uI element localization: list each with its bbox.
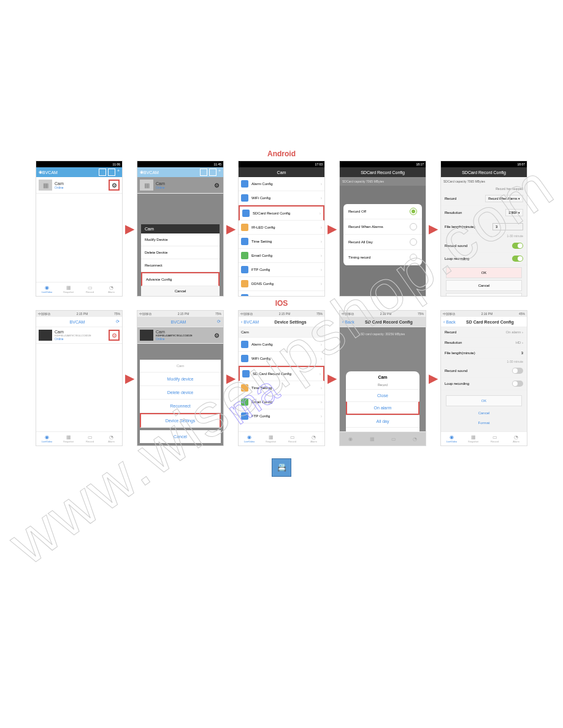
loop-toggle[interactable] — [512, 381, 523, 387]
gear-icon[interactable]: ⚙ — [109, 180, 120, 191]
modify-device-item[interactable]: Modify device — [140, 373, 221, 386]
record-mode-row[interactable]: RecordRecord When Alarms ▾ — [441, 192, 527, 206]
film-icon: ▭ — [492, 434, 497, 440]
time-setting-row[interactable]: Time Setting› — [239, 381, 324, 395]
tab-record[interactable]: ▭Record — [79, 432, 101, 446]
sdcard-config-row[interactable]: SDCard Record Config› — [239, 205, 324, 221]
tab-snapshot[interactable]: ▦Snapshot — [462, 432, 484, 446]
ok-button[interactable]: OK — [446, 267, 522, 278]
cancel-button[interactable]: Cancel — [141, 286, 220, 296]
sdconfig-header-dim: ‹ Back SD Card Record Config — [340, 317, 426, 327]
cancel-link[interactable]: Cancel — [441, 408, 527, 418]
delete-device-item[interactable]: Delete Device — [141, 246, 220, 259]
record-allday-option[interactable]: Record All Day — [343, 235, 422, 250]
ftp-config-row[interactable]: FTP Config› — [239, 263, 324, 277]
chevron-right-icon: › — [321, 182, 322, 186]
alarm-config-row[interactable]: Alarm Config› — [239, 338, 324, 352]
record-timing-option[interactable]: Timing record — [343, 250, 422, 265]
ddns-config-row[interactable]: DDNS Config› — [239, 277, 324, 291]
alarm-config-row[interactable]: Alarm Config› — [239, 177, 324, 191]
tab-alarm[interactable]: ◔Alarm — [101, 432, 122, 446]
timing-option[interactable]: Timing record — [346, 427, 419, 431]
format-button[interactable]: Format — [446, 293, 522, 296]
reconnect-item[interactable]: Reconnect — [141, 259, 220, 272]
search-icon[interactable] — [108, 169, 115, 176]
image-icon: ▦ — [471, 434, 476, 440]
tab-live[interactable]: ◉LiveVideo — [36, 432, 58, 446]
chevron-right-icon: › — [321, 282, 322, 286]
clock-icon — [241, 238, 248, 245]
camera-list-item[interactable]: ▦ Cam Online ⚙ — [36, 177, 122, 194]
misc-settings-row[interactable]: Misc Settings› — [239, 291, 324, 296]
tab-alarm[interactable]: ◔Alarm — [101, 282, 122, 296]
tab-record[interactable]: ▭Record — [282, 432, 303, 446]
video-icon: ◉ — [450, 434, 454, 440]
tab-alarm[interactable]: ◔Alarm — [303, 432, 324, 446]
gear-icon[interactable]: ⚙ — [109, 330, 120, 341]
irled-config-row[interactable]: IR-LED Config› — [239, 221, 324, 235]
cancel-button[interactable]: Cancel — [140, 430, 221, 443]
status-time: 11:06 — [112, 162, 120, 166]
tab-snapshot[interactable]: ▦Snapshot — [58, 282, 79, 296]
cancel-button[interactable]: Cancel — [446, 280, 522, 291]
resolution-row[interactable]: Resolution1080P ▾ — [441, 206, 527, 220]
tab-live[interactable]: ◉LiveVideo — [441, 432, 462, 446]
film-icon: ▭ — [88, 285, 93, 290]
record-mode-row[interactable]: RecordOn alarm › — [441, 327, 527, 338]
wifi-config-row[interactable]: WiFi Config› — [239, 191, 324, 205]
advance-config-item[interactable]: Advance Config — [141, 272, 220, 286]
file-length-row[interactable]: File length(minute)3 — [441, 348, 527, 358]
device-menu-popup: Cam Modify Device Delete Device Reconnec… — [141, 224, 220, 296]
ios-row: 中国移动2:15 PM75% BVCAM ⟳ Cam K0XF30-41ABT9… — [0, 310, 563, 446]
app-header-dim: ◉ BVCAM + — [137, 167, 223, 177]
image-icon: ▦ — [66, 434, 71, 440]
delete-device-item[interactable]: Delete device — [140, 386, 221, 400]
tab-snapshot[interactable]: ▦Snapshot — [58, 432, 79, 446]
time-setting-row[interactable]: Time Setting› — [239, 235, 324, 249]
back-button[interactable]: ‹ BVCAM — [241, 320, 259, 324]
onalarm-option[interactable]: On alarm — [346, 401, 419, 415]
email-config-row[interactable]: Email Config› — [239, 395, 324, 409]
ok-button[interactable]: OK — [446, 395, 522, 406]
status-bar: 中国移动2:15 PM75% — [137, 311, 223, 317]
tab-alarm[interactable]: ◔Alarm — [505, 432, 527, 446]
sound-toggle[interactable] — [512, 243, 523, 249]
add-icon[interactable]: + — [117, 169, 120, 176]
tab-snapshot[interactable]: ▦Snapshot — [260, 432, 282, 446]
android-screen-4: 18:17 SDCard Record Config SDCard capaci… — [339, 161, 426, 297]
camera-thumbnail: ▦ — [140, 180, 153, 191]
format-link[interactable]: Format — [441, 418, 527, 428]
camera-list-item[interactable]: Cam K0XF30-41ABT9C7B14-CC8D2E Online ⚙ — [36, 327, 122, 344]
record-off-option[interactable]: Record Off — [343, 204, 422, 219]
grid-icon[interactable] — [99, 169, 106, 176]
close-option[interactable]: Close — [346, 389, 419, 401]
wifi-config-row[interactable]: WiFi Config› — [239, 352, 324, 366]
radio-icon — [410, 223, 417, 230]
sdcard-config-row[interactable]: SD Card Record Config› — [239, 366, 324, 381]
modify-device-item[interactable]: Modify Device — [141, 233, 220, 246]
chevron-right-icon: › — [320, 211, 321, 216]
tab-bar: ◉LiveVideo ▦Snapshot ▭Record ◔Alarm — [36, 282, 122, 296]
email-config-row[interactable]: Email Config› — [239, 249, 324, 263]
back-button[interactable]: ‹ Back — [443, 320, 456, 324]
film-icon: ▭ — [88, 434, 93, 440]
refresh-icon[interactable]: ⟳ — [116, 319, 120, 324]
device-settings-item[interactable]: Device Settings — [140, 413, 221, 428]
record-alarm-option[interactable]: Record When Alarms — [343, 219, 422, 235]
tab-record[interactable]: ▭Record — [484, 432, 505, 446]
resolution-dropdown[interactable]: 1080P ▾ — [505, 209, 523, 216]
file-length-input[interactable]: 3 — [492, 223, 523, 230]
resolution-row[interactable]: ResolutionHD › — [441, 338, 527, 348]
app-header: ◉ BVCAM + — [36, 167, 122, 177]
sound-toggle[interactable] — [512, 368, 523, 374]
reconnect-item[interactable]: Reconnect — [140, 400, 221, 413]
allday-option[interactable]: All day — [346, 415, 419, 427]
ftp-config-row[interactable]: FTP Config› — [239, 409, 324, 423]
ios-screen-1: 中国移动2:15 PM75% BVCAM ⟳ Cam K0XF30-41ABT9… — [36, 310, 123, 446]
loop-toggle[interactable] — [512, 256, 523, 262]
tab-live[interactable]: ◉LiveVideo — [36, 282, 58, 296]
tab-record[interactable]: ▭Record — [79, 282, 101, 296]
record-dropdown[interactable]: Record When Alarms ▾ — [485, 195, 523, 202]
header-title: SD Card Record Config — [365, 320, 413, 324]
tab-live[interactable]: ◉LiveVideo — [239, 432, 260, 446]
